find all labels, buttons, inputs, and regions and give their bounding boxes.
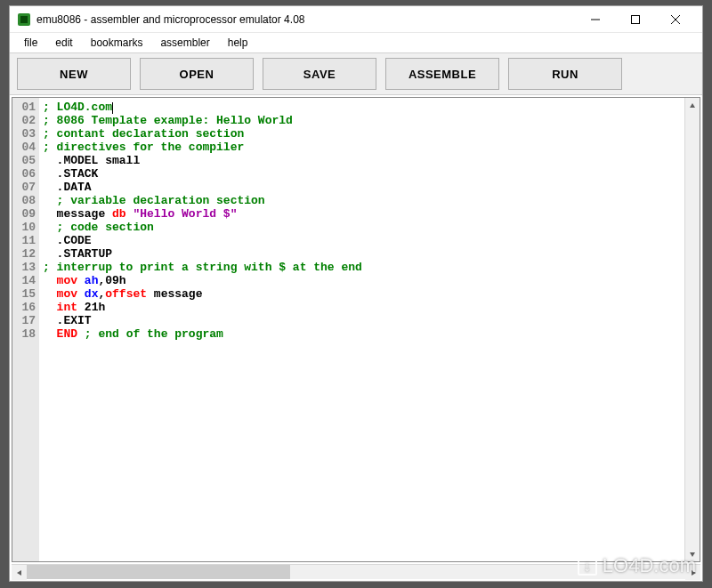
code-editor[interactable]: 010203040506070809101112131415161718 ; L… bbox=[12, 98, 684, 561]
line-number: 06 bbox=[12, 167, 36, 181]
window-title: emu8086 - assembler and microprocessor e… bbox=[36, 13, 575, 26]
menu-assembler[interactable]: assembler bbox=[151, 35, 218, 51]
line-number: 12 bbox=[12, 247, 36, 261]
line-number: 14 bbox=[12, 274, 36, 287]
line-number: 15 bbox=[12, 287, 36, 301]
line-number: 07 bbox=[12, 181, 36, 194]
scroll-track-h[interactable] bbox=[27, 565, 685, 579]
line-number: 01 bbox=[12, 101, 36, 114]
line-number: 04 bbox=[12, 141, 36, 154]
assemble-button[interactable]: ASSEMBLE bbox=[385, 58, 499, 90]
run-button[interactable]: RUN bbox=[508, 58, 622, 90]
code-line[interactable]: ; code section bbox=[43, 221, 681, 234]
code-line[interactable]: int 21h bbox=[43, 301, 681, 314]
svg-marker-8 bbox=[17, 570, 21, 576]
line-number: 05 bbox=[12, 154, 36, 167]
minimize-button[interactable] bbox=[575, 7, 615, 32]
text-caret bbox=[112, 102, 113, 114]
menu-file[interactable]: file bbox=[15, 35, 46, 51]
scroll-up-button[interactable] bbox=[685, 98, 700, 113]
line-number: 03 bbox=[12, 127, 36, 141]
titlebar: emu8086 - assembler and microprocessor e… bbox=[10, 6, 702, 33]
app-window: emu8086 - assembler and microprocessor e… bbox=[9, 5, 703, 582]
scroll-thumb-h[interactable] bbox=[27, 565, 290, 579]
app-icon bbox=[17, 12, 31, 27]
line-number: 02 bbox=[12, 114, 36, 127]
code-line[interactable]: END ; end of the program bbox=[43, 327, 681, 341]
menu-edit[interactable]: edit bbox=[46, 35, 81, 51]
code-line[interactable]: ; 8086 Template example: Hello World bbox=[43, 114, 681, 127]
menu-help[interactable]: help bbox=[219, 35, 257, 51]
line-number: 08 bbox=[12, 194, 36, 207]
line-number: 17 bbox=[12, 314, 36, 327]
line-number: 18 bbox=[12, 327, 36, 341]
code-line[interactable]: .DATA bbox=[43, 181, 681, 194]
close-button[interactable] bbox=[655, 7, 695, 32]
line-number: 11 bbox=[12, 234, 36, 247]
code-line[interactable]: .EXIT bbox=[43, 314, 681, 327]
svg-marker-9 bbox=[692, 570, 696, 576]
code-line[interactable]: ; variable declaration section bbox=[43, 194, 681, 207]
open-button[interactable]: OPEN bbox=[140, 58, 254, 90]
code-line[interactable]: .CODE bbox=[43, 234, 681, 247]
horizontal-scrollbar[interactable] bbox=[12, 564, 700, 579]
menu-bookmarks[interactable]: bookmarks bbox=[82, 35, 152, 51]
line-number: 10 bbox=[12, 221, 36, 234]
code-line[interactable]: ; directives for the compiler bbox=[43, 141, 681, 154]
line-number-gutter: 010203040506070809101112131415161718 bbox=[12, 98, 39, 561]
code-line[interactable]: mov ah,09h bbox=[43, 274, 681, 287]
svg-rect-1 bbox=[20, 16, 28, 23]
menubar: file edit bookmarks assembler help bbox=[10, 33, 702, 52]
editor-area: 010203040506070809101112131415161718 ; L… bbox=[12, 97, 700, 562]
svg-marker-6 bbox=[690, 103, 695, 108]
code-content[interactable]: ; LO4D.com; 8086 Template example: Hello… bbox=[39, 98, 684, 561]
code-line[interactable]: message db "Hello World $" bbox=[43, 207, 681, 221]
scroll-down-button[interactable] bbox=[685, 546, 700, 561]
save-button[interactable]: SAVE bbox=[263, 58, 376, 90]
toolbar: NEW OPEN SAVE ASSEMBLE RUN bbox=[10, 52, 702, 95]
code-line[interactable]: .MODEL small bbox=[43, 154, 681, 167]
maximize-button[interactable] bbox=[615, 7, 655, 32]
code-line[interactable]: ; interrup to print a string with $ at t… bbox=[43, 261, 681, 274]
code-line[interactable]: .STARTUP bbox=[43, 247, 681, 261]
scroll-track[interactable] bbox=[685, 113, 700, 546]
svg-marker-7 bbox=[690, 552, 695, 557]
line-number: 13 bbox=[12, 261, 36, 274]
scroll-left-button[interactable] bbox=[12, 565, 27, 580]
line-number: 16 bbox=[12, 301, 36, 314]
code-line[interactable]: ; contant declaration section bbox=[43, 127, 681, 141]
code-line[interactable]: .STACK bbox=[43, 167, 681, 181]
new-button[interactable]: NEW bbox=[17, 58, 131, 90]
vertical-scrollbar[interactable] bbox=[684, 98, 700, 561]
window-controls bbox=[575, 7, 695, 32]
svg-rect-3 bbox=[631, 15, 639, 23]
code-line[interactable]: ; LO4D.com bbox=[43, 101, 681, 114]
scroll-right-button[interactable] bbox=[685, 565, 700, 580]
line-number: 09 bbox=[12, 207, 36, 221]
code-line[interactable]: mov dx,offset message bbox=[43, 287, 681, 301]
